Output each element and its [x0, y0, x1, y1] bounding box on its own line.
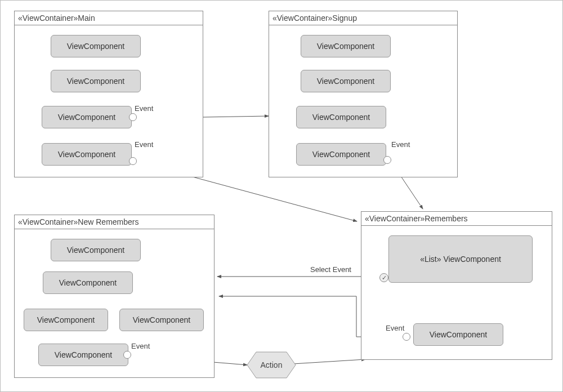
- event-label: Event: [386, 324, 404, 332]
- viewcontainer-new-remembers: «ViewContainer»New Remembers ViewCompone…: [14, 215, 215, 378]
- svg-line-8: [293, 359, 365, 364]
- component-label: «List» ViewComponent: [420, 255, 501, 264]
- action-node: Action: [246, 351, 297, 379]
- container-divider: [361, 225, 552, 226]
- viewcontainer-main: «ViewContainer»Main ViewComponent ViewCo…: [14, 11, 203, 177]
- list-view-component: «List» ViewComponent: [388, 235, 533, 283]
- view-component: ViewComponent: [301, 70, 391, 92]
- container-title: «ViewContainer»Main: [18, 14, 95, 23]
- view-component: ViewComponent: [43, 271, 133, 294]
- component-label: ViewComponent: [67, 77, 124, 86]
- event-label: Event: [391, 140, 410, 149]
- view-component: ViewComponent: [413, 323, 503, 346]
- event-node: [129, 157, 137, 165]
- event-node: [123, 351, 131, 359]
- action-label: Action: [261, 360, 283, 369]
- component-label: ViewComponent: [317, 42, 374, 51]
- view-component: ViewComponent: [51, 70, 141, 92]
- view-component: ViewComponent: [51, 35, 141, 57]
- container-divider: [15, 25, 203, 25]
- view-component: ViewComponent: [296, 143, 386, 166]
- component-label: ViewComponent: [58, 150, 115, 159]
- view-component: ViewComponent: [296, 106, 386, 128]
- select-event-node: ✓: [379, 273, 388, 282]
- event-node: [129, 113, 137, 121]
- container-title: «ViewContainer»New Remembers: [18, 217, 139, 226]
- diagram-canvas: «ViewContainer»Main ViewComponent ViewCo…: [0, 0, 563, 392]
- view-component: ViewComponent: [42, 106, 132, 128]
- viewcontainer-signup: «ViewContainer»Signup ViewComponent View…: [269, 11, 458, 177]
- view-component: ViewComponent: [301, 35, 391, 57]
- event-label: Select Event: [310, 265, 351, 274]
- component-label: ViewComponent: [317, 77, 374, 86]
- view-component: ViewComponent: [38, 344, 128, 366]
- component-label: ViewComponent: [312, 150, 370, 159]
- component-label: ViewComponent: [58, 113, 115, 122]
- checkmark-icon: ✓: [382, 274, 387, 282]
- view-component: ViewComponent: [119, 309, 204, 331]
- view-component: ViewComponent: [51, 239, 141, 261]
- container-title: «ViewContainer»Remembers: [365, 214, 468, 223]
- event-label: Event: [131, 342, 150, 350]
- component-label: ViewComponent: [430, 330, 487, 339]
- container-divider: [15, 229, 214, 229]
- event-node: [383, 156, 391, 164]
- component-label: ViewComponent: [67, 246, 124, 255]
- event-label: Event: [135, 104, 153, 113]
- event-node: [403, 333, 410, 341]
- component-label: ViewComponent: [312, 113, 370, 122]
- component-label: ViewComponent: [37, 315, 95, 324]
- container-title: «ViewContainer»Signup: [272, 14, 357, 23]
- container-divider: [269, 25, 457, 25]
- view-component: ViewComponent: [42, 143, 132, 166]
- component-label: ViewComponent: [59, 278, 117, 287]
- viewcontainer-remembers: «ViewContainer»Remembers «List» ViewComp…: [361, 211, 552, 360]
- component-label: ViewComponent: [133, 315, 190, 324]
- component-label: ViewComponent: [55, 350, 112, 359]
- view-component: ViewComponent: [24, 309, 108, 331]
- component-label: ViewComponent: [67, 42, 124, 51]
- event-label: Event: [135, 140, 153, 149]
